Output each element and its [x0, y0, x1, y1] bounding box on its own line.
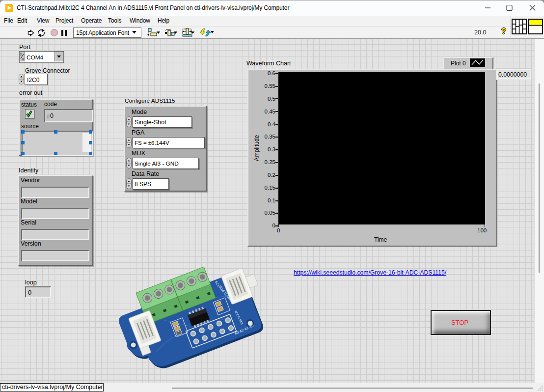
svg-text:o: o — [22, 57, 25, 61]
svg-text:I: I — [21, 52, 22, 56]
